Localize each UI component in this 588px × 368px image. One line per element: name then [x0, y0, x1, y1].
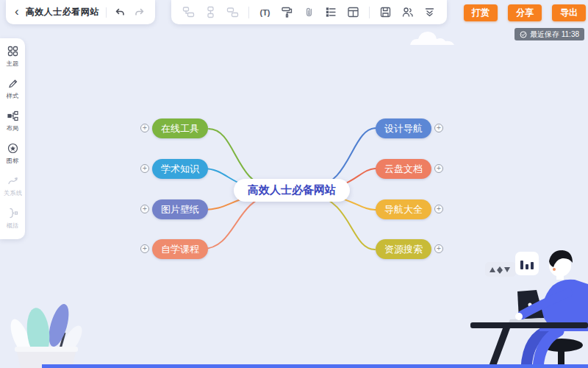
divider	[369, 7, 370, 18]
branch-node-online-tools[interactable]: 在线工具	[152, 118, 208, 138]
divider	[248, 7, 249, 18]
sidebar-item-summary: 概括	[6, 208, 19, 230]
collapse-toolbar-icon[interactable]	[423, 6, 436, 18]
share-button[interactable]: 分享	[508, 4, 542, 21]
branch-node-wallpaper[interactable]: 图片壁纸	[152, 199, 208, 219]
branch-node-nav-collection[interactable]: 导航大全	[376, 199, 431, 219]
branch-node-design-nav[interactable]: 设计导航	[376, 118, 431, 138]
action-button-group: 打赏 分享 导出	[464, 4, 586, 21]
root-node[interactable]: 高效人士必备网站	[234, 179, 350, 202]
export-button[interactable]: 导出	[552, 4, 586, 21]
expand-icon[interactable]: +	[434, 244, 443, 253]
style-pen-icon	[7, 78, 18, 89]
expand-icon[interactable]: +	[434, 205, 443, 213]
connector-self-study	[203, 194, 272, 249]
save-status-badge: 最近保存 11:38	[514, 28, 584, 40]
branch-node-academic[interactable]: 学术知识	[152, 159, 208, 179]
text-tool-icon[interactable]: (T)	[259, 6, 271, 18]
relation-line-icon	[7, 175, 18, 186]
insert-subtopic-icon	[204, 6, 217, 18]
sidebar-item-relation-line: 关系线	[3, 175, 23, 198]
expand-icon[interactable]: +	[140, 205, 149, 213]
table-icon[interactable]	[347, 6, 359, 18]
outline-icon[interactable]	[325, 6, 337, 18]
layout-structure-icon	[7, 110, 18, 121]
collaborate-icon[interactable]	[401, 6, 414, 18]
sidebar-item-icon[interactable]: 图标	[6, 143, 19, 166]
sidebar: 主题 样式 布局 图标 关系线	[0, 38, 25, 239]
sidebar-item-style[interactable]: 样式	[6, 78, 19, 101]
summary-brace-icon	[7, 208, 18, 219]
insert-sibling-topic-icon	[226, 6, 239, 18]
expand-icon[interactable]: +	[434, 124, 443, 132]
theme-grid-icon	[7, 46, 18, 57]
mindmap-canvas[interactable]: 高效人士必备网站 在线工具 学术知识 图片壁纸 自学课程 设计导航 云盘文档 导…	[0, 0, 588, 368]
toolbar-card: (T)	[171, 0, 447, 24]
divider	[106, 7, 107, 18]
bottom-accent-bar	[42, 364, 588, 368]
reward-button[interactable]: 打赏	[464, 4, 498, 21]
branch-node-cloud-docs[interactable]: 云盘文档	[376, 159, 431, 179]
format-painter-icon[interactable]	[281, 6, 293, 18]
attachment-icon[interactable]	[303, 6, 315, 18]
expand-icon[interactable]: +	[140, 164, 149, 173]
star-circle-icon	[7, 143, 18, 154]
connector-resource-search	[312, 194, 375, 250]
person-at-desk-illustration	[432, 241, 588, 368]
branch-node-resource-search[interactable]: 资源搜索	[376, 239, 431, 259]
check-circle-icon	[520, 31, 527, 38]
plant-decoration	[4, 294, 87, 368]
redo-icon[interactable]	[133, 6, 146, 19]
expand-icon[interactable]: +	[140, 244, 149, 253]
title-card: ‹ 高效人士必看网站	[6, 0, 155, 24]
save-icon[interactable]	[379, 6, 392, 18]
back-icon[interactable]: ‹	[15, 5, 19, 18]
document-title: 高效人士必看网站	[26, 6, 99, 18]
expand-icon[interactable]: +	[434, 164, 443, 173]
undo-icon[interactable]	[113, 6, 126, 19]
save-status-text: 最近保存 11:38	[530, 29, 579, 40]
cloud-decoration	[406, 31, 465, 46]
sidebar-item-layout[interactable]: 布局	[6, 110, 19, 133]
expand-icon[interactable]: +	[140, 124, 149, 132]
branch-node-self-study[interactable]: 自学课程	[152, 239, 208, 259]
insert-topic-before-icon	[182, 6, 195, 18]
sidebar-item-theme[interactable]: 主题	[6, 46, 19, 68]
